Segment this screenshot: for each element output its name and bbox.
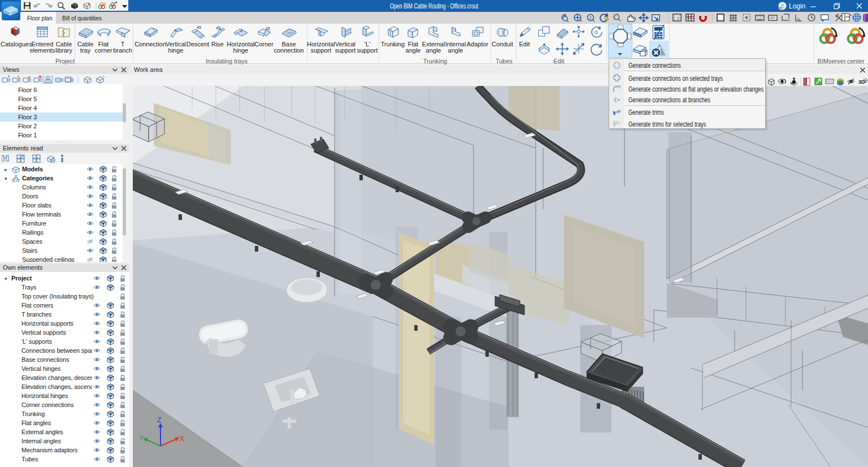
svg-text:Y: Y: [139, 434, 144, 442]
svg-text:X: X: [180, 435, 184, 443]
svg-text:Z: Z: [157, 416, 161, 424]
svg-text:LEO: LEO: [770, 16, 775, 19]
svg-text:2: 2: [589, 15, 592, 20]
svg-text:P: P: [28, 76, 31, 79]
